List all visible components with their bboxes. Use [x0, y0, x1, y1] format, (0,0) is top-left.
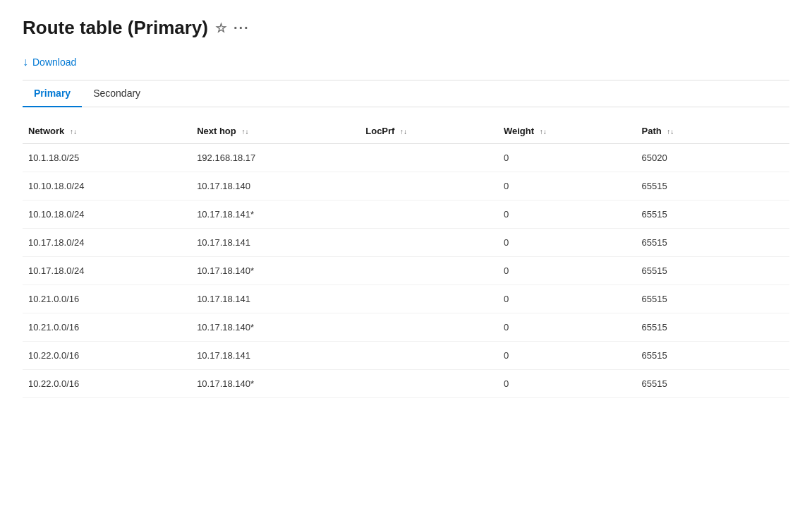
cell-nexthop: 10.17.18.141 [191, 229, 360, 257]
cell-path: 65515 [636, 200, 789, 229]
cell-path: 65515 [636, 257, 789, 285]
cell-weight: 0 [498, 370, 636, 398]
cell-path: 65515 [636, 370, 789, 398]
table-row: 10.10.18.0/24 10.17.18.140 0 65515 [23, 172, 789, 200]
cell-network: 10.10.18.0/24 [23, 172, 191, 200]
sort-icon-weight: ↑↓ [540, 128, 547, 136]
cell-network: 10.22.0.0/16 [23, 370, 191, 398]
download-button[interactable]: ↓ Download [23, 53, 76, 71]
table-row: 10.21.0.0/16 10.17.18.140* 0 65515 [23, 313, 789, 342]
cell-weight: 0 [498, 144, 636, 172]
more-options-icon[interactable]: ··· [234, 20, 250, 36]
page-title-container: Route table (Primary) ☆ ··· [23, 17, 789, 39]
download-label: Download [32, 56, 76, 68]
cell-locprf [360, 370, 498, 398]
cell-locprf [360, 229, 498, 257]
cell-weight: 0 [498, 313, 636, 342]
cell-network: 10.21.0.0/16 [23, 285, 191, 313]
cell-nexthop: 192.168.18.17 [191, 144, 360, 172]
cell-path: 65515 [636, 229, 789, 257]
cell-path: 65515 [636, 313, 789, 342]
route-table: Network ↑↓ Next hop ↑↓ LocPrf ↑↓ Weight … [23, 119, 789, 398]
cell-nexthop: 10.17.18.140 [191, 172, 360, 200]
cell-network: 10.10.18.0/24 [23, 200, 191, 229]
col-header-nexthop[interactable]: Next hop ↑↓ [191, 119, 360, 144]
toolbar: ↓ Download [23, 53, 789, 80]
cell-locprf [360, 313, 498, 342]
cell-weight: 0 [498, 342, 636, 370]
cell-nexthop: 10.17.18.140* [191, 313, 360, 342]
table-row: 10.17.18.0/24 10.17.18.141 0 65515 [23, 229, 789, 257]
col-header-path[interactable]: Path ↑↓ [636, 119, 789, 144]
cell-path: 65515 [636, 172, 789, 200]
cell-weight: 0 [498, 285, 636, 313]
table-row: 10.22.0.0/16 10.17.18.140* 0 65515 [23, 370, 789, 398]
tab-primary[interactable]: Primary [23, 80, 82, 107]
sort-icon-network: ↑↓ [70, 128, 77, 136]
table-row: 10.10.18.0/24 10.17.18.141* 0 65515 [23, 200, 789, 229]
tabs-container: Primary Secondary [23, 80, 789, 107]
table-row: 10.22.0.0/16 10.17.18.141 0 65515 [23, 342, 789, 370]
cell-weight: 0 [498, 200, 636, 229]
cell-locprf [360, 257, 498, 285]
cell-nexthop: 10.17.18.140* [191, 370, 360, 398]
cell-locprf [360, 172, 498, 200]
cell-nexthop: 10.17.18.140* [191, 257, 360, 285]
col-header-locprf[interactable]: LocPrf ↑↓ [360, 119, 498, 144]
cell-locprf [360, 342, 498, 370]
table-row: 10.17.18.0/24 10.17.18.140* 0 65515 [23, 257, 789, 285]
table-row: 10.1.18.0/25 192.168.18.17 0 65020 [23, 144, 789, 172]
cell-network: 10.17.18.0/24 [23, 257, 191, 285]
col-header-network[interactable]: Network ↑↓ [23, 119, 191, 144]
cell-locprf [360, 285, 498, 313]
cell-path: 65515 [636, 342, 789, 370]
cell-network: 10.1.18.0/25 [23, 144, 191, 172]
tab-secondary[interactable]: Secondary [82, 80, 152, 107]
sort-icon-locprf: ↑↓ [400, 128, 407, 136]
cell-nexthop: 10.17.18.141 [191, 342, 360, 370]
sort-icon-nexthop: ↑↓ [241, 128, 248, 136]
cell-network: 10.21.0.0/16 [23, 313, 191, 342]
sort-icon-path: ↑↓ [667, 128, 674, 136]
pin-icon[interactable]: ☆ [215, 20, 226, 36]
cell-path: 65020 [636, 144, 789, 172]
cell-weight: 0 [498, 257, 636, 285]
cell-locprf [360, 144, 498, 172]
cell-path: 65515 [636, 285, 789, 313]
cell-weight: 0 [498, 229, 636, 257]
cell-network: 10.22.0.0/16 [23, 342, 191, 370]
download-icon: ↓ [23, 56, 28, 68]
table-row: 10.21.0.0/16 10.17.18.141 0 65515 [23, 285, 789, 313]
cell-nexthop: 10.17.18.141* [191, 200, 360, 229]
page-title: Route table (Primary) [23, 17, 208, 39]
cell-network: 10.17.18.0/24 [23, 229, 191, 257]
cell-weight: 0 [498, 172, 636, 200]
col-header-weight[interactable]: Weight ↑↓ [498, 119, 636, 144]
route-table-container: Network ↑↓ Next hop ↑↓ LocPrf ↑↓ Weight … [23, 119, 789, 398]
cell-nexthop: 10.17.18.141 [191, 285, 360, 313]
cell-locprf [360, 200, 498, 229]
table-header-row: Network ↑↓ Next hop ↑↓ LocPrf ↑↓ Weight … [23, 119, 789, 144]
